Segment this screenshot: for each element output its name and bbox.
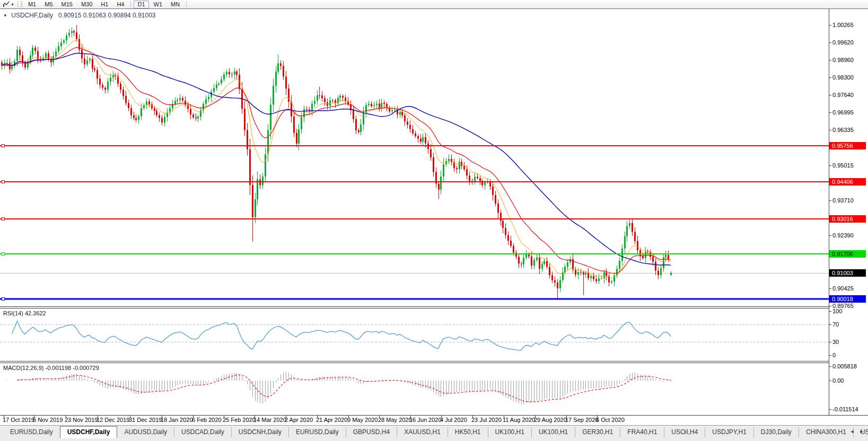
chart-tab-dj30-daily[interactable]: DJ30,Daily xyxy=(753,427,799,437)
date-axis-label: 23 Jul 2020 xyxy=(471,417,502,423)
macd-axis-label: 0.00 xyxy=(832,377,844,384)
price-axis-border xyxy=(829,9,829,415)
rsi-axis-label-tick xyxy=(829,324,831,325)
price-axis-label-tick xyxy=(829,112,831,113)
level-price-badge: 0.90018 xyxy=(829,295,866,303)
chart-tab-usdchf-daily[interactable]: USDCHF,Daily xyxy=(60,426,118,438)
chart-tab-usdjpy-h1[interactable]: USDJPY,H1 xyxy=(705,427,753,437)
timeframe-button-h1[interactable]: H1 xyxy=(97,1,112,8)
tab-scroll-buttons: ◄► xyxy=(849,429,865,434)
toolbar-separator xyxy=(17,1,18,7)
chart-ohlc-quotes: 0.90915 0.91063 0.90894 0.91003 xyxy=(58,12,156,19)
price-axis-label: 0.98960 xyxy=(832,57,854,63)
price-axis-label: 0.97640 xyxy=(832,92,854,98)
chart-tab-hk50-h1[interactable]: HK50,H1 xyxy=(448,427,488,437)
level-price-badge: 0.94406 xyxy=(829,178,866,186)
date-axis-label: 4 Jul 2020 xyxy=(440,417,467,423)
toolbar-drag-grip[interactable] xyxy=(21,2,22,7)
toolbar-separator xyxy=(186,1,187,7)
chart-tab-uk100-h1[interactable]: UK100,H1 xyxy=(531,427,575,437)
timeframe-button-mn[interactable]: MN xyxy=(167,1,183,8)
chart-tab-fra40-h1[interactable]: FRA40,H1 xyxy=(620,427,664,437)
chevron-down-icon[interactable]: ▼ xyxy=(11,3,14,6)
chart-tab-usoil-h4[interactable]: USOil,H4 xyxy=(664,427,705,437)
rsi-axis-label-tick xyxy=(829,311,831,312)
rsi-axis-label: 70 xyxy=(832,321,839,328)
macd-axis-label-tick xyxy=(829,409,831,410)
timeframe-button-w1[interactable]: W1 xyxy=(150,1,166,8)
macd-axis-label-tick xyxy=(829,381,831,381)
rsi-label: RSI(14) 42.3622 xyxy=(3,310,46,316)
price-axis-label-tick xyxy=(829,165,831,166)
terminal-window: ▼ M1M5M15M30H1H4D1W1MN ▼ USDCHF,Daily 0.… xyxy=(0,0,868,441)
level-price-badge: 0.91706 xyxy=(829,250,866,258)
price-axis-label: 0.96995 xyxy=(832,109,854,116)
chart-tab-ger30-h1[interactable]: GER30,H1 xyxy=(575,427,620,437)
macd-label: MACD(12,26,9) -0.001198 -0.000729 xyxy=(3,365,99,371)
date-axis-label: 11 Aug 2020 xyxy=(503,417,535,423)
chart-type-button[interactable]: ▼ xyxy=(2,1,15,8)
rsi-axis-label: 30 xyxy=(832,339,839,345)
macd-values: -0.001198 -0.000729 xyxy=(45,365,99,371)
chart-tab-usdcad-daily[interactable]: USDCAD,Daily xyxy=(174,427,231,437)
chart-tab-china300-h1[interactable]: CHINA300,H1 xyxy=(799,427,853,437)
price-axis-label-tick xyxy=(829,95,831,95)
current-price-badge: 0.91003 xyxy=(829,269,866,277)
date-axis-label: 21 Apr 2020 xyxy=(316,417,347,423)
price-axis-label-tick xyxy=(829,77,831,78)
price-axis-label-tick xyxy=(829,25,831,25)
timeframe-button-h4[interactable]: H4 xyxy=(113,1,128,8)
tabs-scroll-left-icon[interactable]: ◄ xyxy=(849,429,855,434)
level-price-badge: 0.93016 xyxy=(829,215,866,223)
date-axis-label: 9 May 2020 xyxy=(347,417,378,423)
chart-symbol-label: USDCHF,Daily xyxy=(11,12,53,19)
rsi-axis-label: 100 xyxy=(832,308,842,314)
level-price-badge: 0.95756 xyxy=(829,142,866,149)
toolbar-separator xyxy=(130,1,131,7)
price-axis-label-tick xyxy=(829,306,831,306)
price-axis-label-tick xyxy=(829,288,831,289)
date-axis-label: 16 Jun 2020 xyxy=(409,417,442,423)
price-axis-label-tick xyxy=(829,200,831,201)
chart-tab-audusd-daily[interactable]: AUDUSD,Daily xyxy=(117,427,174,437)
rsi-axis-label-tick xyxy=(829,355,831,356)
macd-axis-label-tick xyxy=(829,366,831,367)
date-axis-label: 31 Dec 2019 xyxy=(129,417,162,423)
collapse-arrow-icon[interactable]: ▼ xyxy=(3,13,7,18)
date-axis-label: 6 Feb 2020 xyxy=(192,417,222,423)
price-axis-label: 0.98300 xyxy=(832,74,854,81)
date-axis-label: 5 Nov 2019 xyxy=(33,417,63,423)
chart-tab-eurusd-daily[interactable]: EURUSD,Daily xyxy=(3,427,60,437)
price-axis-label: 0.93710 xyxy=(832,197,854,204)
timeframe-toolbar: ▼ M1M5M15M30H1H4D1W1MN xyxy=(0,0,868,9)
rsi-canvas[interactable] xyxy=(0,308,829,361)
chart-tab-gbpusd-h4[interactable]: GBPUSD,H4 xyxy=(346,427,397,437)
chart-tab-xauusd-h1[interactable]: XAUUSD,H1 xyxy=(397,427,448,437)
date-axis-label: 17 Oct 2019 xyxy=(3,417,34,423)
macd-axis-label: 0.005818 xyxy=(832,363,857,369)
chart-tab-eurusd-daily[interactable]: EURUSD,Daily xyxy=(288,427,346,437)
price-axis-label-tick xyxy=(829,60,831,60)
timeframe-button-m30[interactable]: M30 xyxy=(77,1,96,8)
chart-tab-usdcnh-daily[interactable]: USDCNH,Daily xyxy=(231,427,288,437)
candlestick-chart-icon xyxy=(3,1,10,8)
date-axis-label: 23 Nov 2019 xyxy=(65,417,98,423)
tabs-scroll-right-icon[interactable]: ► xyxy=(858,429,865,434)
date-axis-label: 12 Dec 2019 xyxy=(97,417,129,423)
rsi-value: 42.3622 xyxy=(25,310,46,316)
chart-tab-uk100-h1[interactable]: UK100,H1 xyxy=(488,427,531,437)
chart-tab-bar: EURUSD,DailyUSDCHF,DailyAUDUSD,DailyUSDC… xyxy=(0,425,868,441)
date-axis-label: 2 Apr 2020 xyxy=(285,417,313,423)
timeframe-button-m15[interactable]: M15 xyxy=(58,1,76,8)
macd-axis-label: -0.011514 xyxy=(832,406,858,412)
date-axis-label: 6 Oct 2020 xyxy=(596,417,625,423)
price-axis-label: 0.92390 xyxy=(832,232,854,239)
main-chart-canvas[interactable] xyxy=(0,9,829,306)
date-axis-label: 29 Aug 2020 xyxy=(534,417,567,423)
rsi-axis-label: 0 xyxy=(832,352,836,358)
timeframe-button-m1[interactable]: M1 xyxy=(24,1,40,8)
timeframe-button-d1[interactable]: D1 xyxy=(134,1,148,8)
macd-canvas[interactable] xyxy=(0,363,829,415)
price-axis-label: 0.90425 xyxy=(832,285,854,292)
timeframe-button-m5[interactable]: M5 xyxy=(41,1,56,8)
